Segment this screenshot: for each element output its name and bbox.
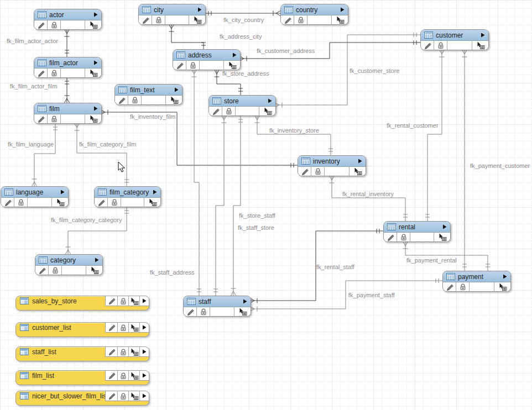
context-menu-icon[interactable] [434, 233, 450, 241]
relationship-fk_inventory_store[interactable]: fk_inventory_store [255, 115, 333, 155]
edit-pencil-icon[interactable] [95, 198, 108, 207]
relationship-fk_staff_store[interactable]: fk_staff_store [231, 115, 274, 296]
lock-icon[interactable] [48, 69, 61, 77]
table-header[interactable]: actor [34, 9, 101, 20]
lock-icon[interactable] [186, 61, 200, 70]
expand-arrow-icon[interactable] [140, 371, 149, 380]
edit-pencil-icon[interactable] [106, 323, 118, 332]
relationship-fk_film_language[interactable]: fk_film_language [8, 123, 58, 186]
relationship-fk_customer_address[interactable]: fk_customer_address [239, 40, 420, 61]
table-film_category[interactable]: film_category [94, 186, 161, 207]
eer-diagram-canvas[interactable]: fk_film_actor_actorfk_film_actor_filmfk_… [0, 0, 532, 410]
expand-arrow-icon[interactable] [174, 87, 179, 92]
table-film_actor[interactable]: film_actor [34, 57, 102, 78]
edit-pencil-icon[interactable] [106, 391, 118, 401]
table-header[interactable]: store [209, 96, 275, 107]
context-menu-icon[interactable] [166, 96, 182, 104]
lock-icon[interactable] [48, 20, 61, 29]
context-menu-icon[interactable] [144, 198, 160, 207]
table-header[interactable]: country [281, 4, 348, 15]
view-header[interactable]: nicer_but_slower_film_list [16, 391, 105, 401]
table-header[interactable]: category [35, 255, 102, 266]
table-city[interactable]: city [138, 4, 206, 25]
context-menu-icon[interactable] [52, 198, 68, 207]
table-staff[interactable]: staff [183, 296, 251, 317]
edit-pencil-icon[interactable] [443, 282, 456, 291]
lock-icon[interactable] [311, 167, 325, 176]
table-header[interactable]: inventory [298, 156, 366, 167]
table-payment[interactable]: payment [442, 271, 511, 292]
expand-arrow-icon[interactable] [232, 52, 237, 57]
context-menu-icon[interactable] [129, 391, 140, 401]
context-menu-icon[interactable] [129, 347, 140, 356]
edit-pencil-icon[interactable] [173, 61, 186, 70]
expand-arrow-icon[interactable] [481, 33, 485, 38]
relationship-fk_film_actor_actor[interactable]: fk_film_actor_actor [7, 29, 70, 57]
view-header[interactable]: film_list [16, 371, 105, 380]
view-header[interactable]: staff_list [16, 347, 105, 356]
relationship-fk_rental_customer[interactable]: fk_rental_customer [387, 50, 445, 221]
edit-pencil-icon[interactable] [1, 198, 14, 207]
lock-icon[interactable] [152, 15, 165, 24]
expand-arrow-icon[interactable] [93, 12, 98, 17]
relationship-fk_store_staff[interactable]: fk_store_staff [213, 115, 276, 296]
view-header[interactable]: customer_list [16, 323, 105, 332]
table-header[interactable]: film_text [115, 85, 182, 96]
lock-icon[interactable] [118, 347, 129, 356]
table-header[interactable]: film_category [95, 187, 160, 198]
context-menu-icon[interactable] [350, 167, 366, 176]
relationship-fk_customer_store[interactable]: fk_customer_store [275, 33, 420, 108]
lock-icon[interactable] [118, 371, 129, 380]
table-header[interactable]: staff [184, 296, 251, 307]
edit-pencil-icon[interactable] [384, 233, 397, 241]
view-nicer_but_slower_film_list[interactable]: nicer_but_slower_film_list [15, 391, 149, 406]
expand-arrow-icon[interactable] [140, 391, 149, 401]
relationship-fk_city_country[interactable]: fk_city_country [205, 11, 280, 24]
table-header[interactable]: language [1, 187, 68, 198]
edit-pencil-icon[interactable] [209, 107, 222, 115]
table-category[interactable]: category [35, 254, 103, 275]
context-menu-icon[interactable] [472, 41, 488, 50]
edit-pencil-icon[interactable] [421, 41, 434, 50]
table-header[interactable]: address [173, 50, 240, 61]
edit-pencil-icon[interactable] [281, 15, 294, 24]
table-header[interactable]: film_actor [34, 57, 101, 69]
edit-pencil-icon[interactable] [139, 15, 152, 24]
table-inventory[interactable]: inventory [298, 155, 366, 176]
expand-arrow-icon[interactable] [95, 257, 99, 262]
lock-icon[interactable] [197, 307, 210, 316]
table-actor[interactable]: actor [34, 9, 102, 30]
expand-arrow-icon[interactable] [140, 323, 149, 332]
context-menu-icon[interactable] [85, 114, 101, 123]
lock-icon[interactable] [434, 41, 447, 50]
view-sales_by_store[interactable]: sales_by_store [15, 296, 149, 311]
edit-pencil-icon[interactable] [106, 371, 118, 380]
table-film[interactable]: film [34, 103, 102, 124]
expand-arrow-icon[interactable] [93, 106, 98, 111]
edit-pencil-icon[interactable] [115, 96, 128, 104]
context-menu-icon[interactable] [129, 323, 140, 332]
table-header[interactable]: payment [443, 271, 510, 282]
relationship-fk_film_actor_film[interactable]: fk_film_actor_film [10, 77, 70, 103]
expand-arrow-icon[interactable] [153, 190, 157, 195]
expand-arrow-icon[interactable] [358, 159, 362, 164]
expand-arrow-icon[interactable] [442, 224, 447, 229]
expand-arrow-icon[interactable] [243, 299, 247, 304]
edit-pencil-icon[interactable] [106, 347, 118, 356]
table-store[interactable]: store [208, 95, 276, 116]
lock-icon[interactable] [397, 233, 410, 241]
lock-icon[interactable] [128, 96, 142, 104]
relationship-fk_address_city[interactable]: fk_address_city [169, 24, 262, 49]
edit-pencil-icon[interactable] [34, 20, 48, 29]
context-menu-icon[interactable] [86, 266, 102, 275]
table-language[interactable]: language [1, 186, 69, 207]
table-film_text[interactable]: film_text [114, 84, 182, 105]
table-address[interactable]: address [173, 49, 241, 70]
context-menu-icon[interactable] [129, 296, 140, 306]
view-film_list[interactable]: film_list [15, 370, 149, 385]
relationship-fk_inventory_film[interactable]: fk_inventory_film [101, 110, 298, 168]
context-menu-icon[interactable] [332, 15, 348, 24]
table-header[interactable]: customer [421, 30, 488, 41]
context-menu-icon[interactable] [85, 20, 101, 29]
relationship-fk_payment_rental[interactable]: fk_payment_rental [403, 241, 491, 271]
